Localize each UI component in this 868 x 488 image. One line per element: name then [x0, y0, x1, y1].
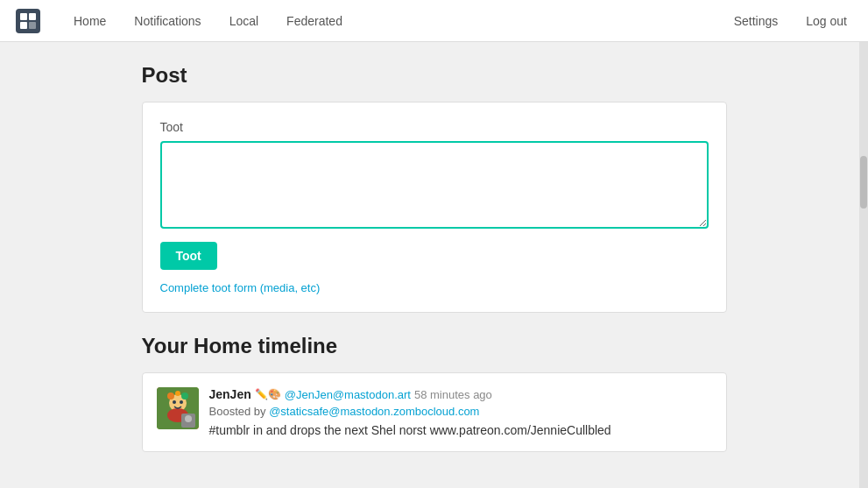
scrollbar[interactable] — [859, 42, 868, 473]
post-content: #tumblr in and drops the next Shel norst… — [209, 423, 712, 437]
navbar: Home Notifications Local Federated Setti… — [0, 0, 868, 42]
post-author-line: JenJen ✏️🎨 @JenJen@mastodon.art 58 minut… — [209, 387, 712, 401]
post-time: 58 minutes ago — [414, 388, 492, 401]
nav-notifications[interactable]: Notifications — [120, 0, 215, 42]
toot-input[interactable] — [160, 141, 709, 229]
timeline-title: Your Home timeline — [142, 334, 727, 358]
nav-links: Home Notifications Local Federated — [60, 0, 727, 42]
svg-rect-1 — [20, 13, 27, 20]
post-section-title: Post — [142, 63, 727, 88]
boost-line: Boosted by @staticsafe@mastodon.zomboclo… — [209, 405, 712, 418]
post-header: JenJen ✏️🎨 @JenJen@mastodon.art 58 minut… — [157, 387, 712, 437]
avatar-image — [157, 387, 199, 429]
svg-rect-4 — [29, 22, 36, 29]
complete-toot-link[interactable]: Complete toot form (media, etc) — [160, 281, 321, 294]
author-handle[interactable]: @JenJen@mastodon.art — [285, 388, 411, 401]
boost-handle: @staticsafe@mastodon.zombocloud.com — [269, 405, 479, 418]
svg-point-9 — [175, 391, 180, 396]
nav-local[interactable]: Local — [215, 0, 272, 42]
toot-button[interactable]: Toot — [160, 242, 217, 270]
nav-right: Settings Log out — [727, 0, 854, 42]
scrollbar-thumb — [860, 156, 867, 209]
svg-point-10 — [181, 393, 188, 400]
nav-federated[interactable]: Federated — [272, 0, 356, 42]
svg-point-12 — [180, 400, 183, 404]
post-meta: JenJen ✏️🎨 @JenJen@mastodon.art 58 minut… — [209, 387, 712, 437]
main-content: Post Toot Toot Complete toot form (media… — [128, 42, 741, 473]
app-logo — [14, 7, 42, 35]
timeline-card: JenJen ✏️🎨 @JenJen@mastodon.art 58 minut… — [142, 372, 727, 452]
svg-rect-0 — [16, 9, 40, 33]
post-card: Toot Toot Complete toot form (media, etc… — [142, 102, 727, 313]
svg-point-14 — [185, 415, 192, 422]
author-name: JenJen — [209, 387, 251, 401]
boost-prefix: Boosted by — [209, 405, 266, 418]
nav-settings[interactable]: Settings — [727, 0, 786, 42]
nav-logout[interactable]: Log out — [799, 0, 854, 42]
svg-rect-2 — [29, 13, 36, 20]
svg-point-8 — [167, 393, 174, 400]
toot-label: Toot — [160, 120, 709, 134]
svg-rect-3 — [20, 22, 27, 29]
nav-home[interactable]: Home — [60, 0, 120, 42]
svg-point-11 — [173, 400, 176, 404]
author-icons: ✏️🎨 — [255, 388, 281, 400]
avatar — [157, 387, 199, 429]
